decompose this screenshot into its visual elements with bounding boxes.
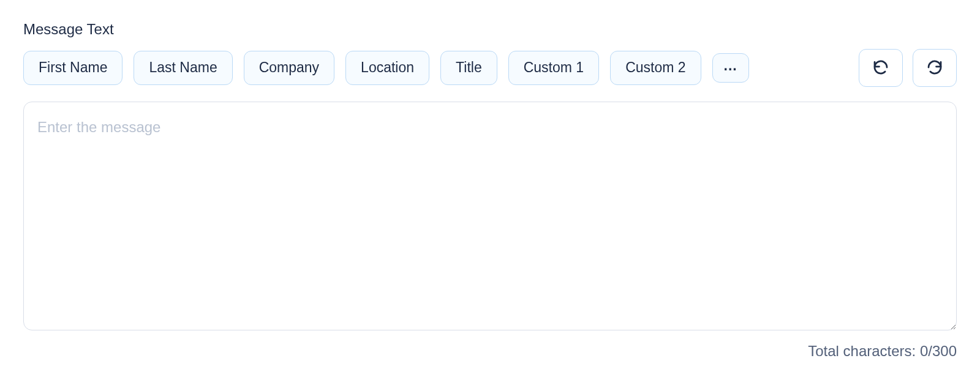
- chip-title[interactable]: Title: [440, 51, 497, 84]
- chip-custom-2[interactable]: Custom 2: [610, 51, 701, 84]
- chip-location[interactable]: Location: [345, 51, 429, 84]
- chip-more[interactable]: ···: [712, 53, 749, 83]
- chip-company[interactable]: Company: [244, 51, 334, 84]
- chip-first-name[interactable]: First Name: [23, 51, 123, 84]
- chip-last-name[interactable]: Last Name: [134, 51, 232, 84]
- counter-max: 300: [932, 343, 957, 359]
- counter-prefix: Total characters:: [808, 343, 920, 359]
- message-toolbar: First Name Last Name Company Location Ti…: [23, 49, 957, 87]
- redo-button[interactable]: [913, 49, 957, 87]
- chip-custom-1[interactable]: Custom 1: [508, 51, 599, 84]
- message-textarea[interactable]: [23, 102, 957, 330]
- undo-icon: [872, 58, 890, 78]
- undo-button[interactable]: [859, 49, 903, 87]
- character-counter: Total characters: 0/300: [23, 343, 957, 360]
- redo-icon: [925, 58, 944, 78]
- counter-current: 0: [920, 343, 928, 359]
- history-actions: [859, 49, 957, 87]
- message-textarea-wrap: [23, 102, 957, 333]
- section-label: Message Text: [23, 21, 957, 38]
- variable-chips-group: First Name Last Name Company Location Ti…: [23, 51, 749, 84]
